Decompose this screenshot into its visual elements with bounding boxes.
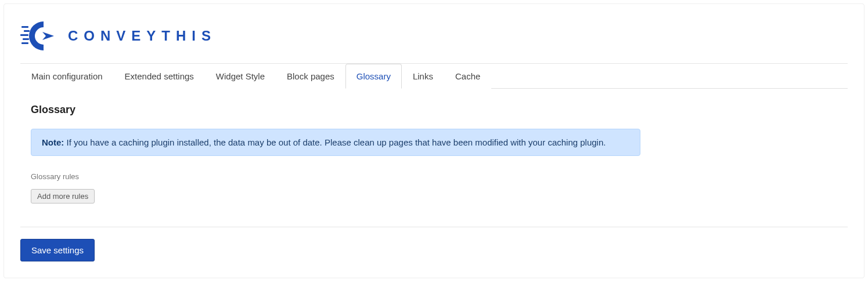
svg-rect-3 — [23, 38, 29, 40]
tab-extended-settings[interactable]: Extended settings — [114, 64, 205, 89]
glossary-rules-label: Glossary rules — [31, 172, 848, 181]
page-title: Glossary — [31, 104, 848, 116]
tab-glossary[interactable]: Glossary — [345, 64, 402, 89]
header: CONVEYTHIS — [20, 18, 848, 64]
tab-block-pages[interactable]: Block pages — [276, 64, 345, 89]
settings-panel: CONVEYTHIS Main configuration Extended s… — [3, 3, 865, 278]
tab-links[interactable]: Links — [402, 64, 444, 89]
tab-main-configuration[interactable]: Main configuration — [20, 64, 114, 89]
tab-bar: Main configuration Extended settings Wid… — [20, 64, 848, 89]
svg-rect-0 — [21, 26, 28, 28]
conveythis-logo-icon — [20, 20, 57, 52]
svg-rect-2 — [20, 34, 28, 36]
tab-widget-style[interactable]: Widget Style — [205, 64, 276, 89]
note-text: If you have a caching plugin installed, … — [64, 137, 606, 147]
svg-rect-4 — [21, 42, 28, 44]
brand-logo: CONVEYTHIS — [20, 20, 217, 52]
tab-cache[interactable]: Cache — [444, 64, 491, 89]
brand-name: CONVEYTHIS — [68, 28, 217, 44]
note-alert: Note: If you have a caching plugin insta… — [31, 129, 640, 156]
svg-rect-1 — [24, 30, 30, 32]
divider — [20, 227, 848, 227]
save-settings-button[interactable]: Save settings — [20, 239, 95, 261]
add-more-rules-button[interactable]: Add more rules — [31, 189, 95, 203]
note-label: Note: — [42, 137, 64, 147]
